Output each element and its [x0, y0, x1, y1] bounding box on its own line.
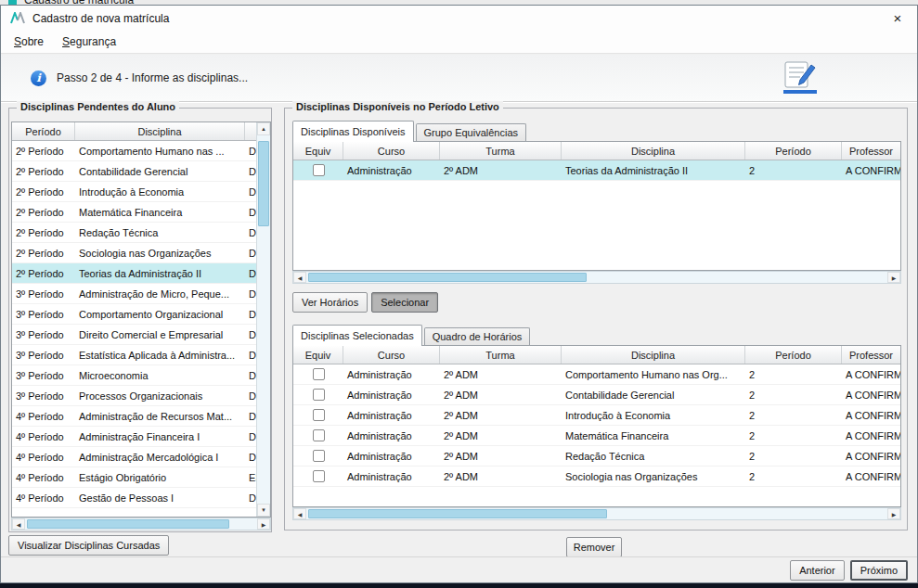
- scroll-left-icon[interactable]: ◀: [293, 272, 306, 283]
- column-header-professor[interactable]: Professor: [842, 142, 900, 160]
- column-header-curso[interactable]: Curso: [343, 142, 440, 160]
- scroll-right-icon[interactable]: ▶: [887, 272, 900, 283]
- table-row[interactable]: 2º PeríodoContabilidade GerencialDISC: [12, 161, 256, 182]
- table-cell: Administração Financeira I: [75, 427, 245, 446]
- table-cell: Estágio Obrigatório: [75, 467, 245, 487]
- scroll-track[interactable]: [25, 518, 257, 530]
- equiv-checkbox[interactable]: [313, 450, 325, 462]
- anterior-button[interactable]: Anterior: [790, 560, 845, 581]
- column-header-equiv[interactable]: Equiv: [293, 142, 343, 160]
- scroll-track[interactable]: [306, 272, 887, 283]
- scroll-track[interactable]: [257, 135, 270, 504]
- table-row[interactable]: Administração2º ADMMatemática Financeira…: [293, 426, 900, 446]
- table-cell: [293, 385, 343, 404]
- column-header-disciplina[interactable]: Disciplina: [75, 122, 245, 140]
- scroll-up-icon[interactable]: ▲: [257, 122, 270, 135]
- table-row[interactable]: 2º PeríodoComportamento Humano nas ...DI…: [12, 141, 256, 161]
- table-row[interactable]: 3º PeríodoComportamento OrganizacionalDI…: [12, 304, 256, 325]
- column-header-tipo[interactable]: T: [245, 122, 256, 140]
- table-row[interactable]: 3º PeríodoEstatística Aplicada à Adminis…: [12, 345, 256, 365]
- table-cell: DISC: [245, 365, 256, 385]
- table-row[interactable]: 3º PeríodoProcessos OrganizacionaisDISC: [12, 386, 256, 406]
- equiv-checkbox[interactable]: [313, 429, 325, 441]
- table-cell: 4º Período: [12, 427, 75, 446]
- compose-document-icon: [782, 61, 819, 98]
- pending-horizontal-scrollbar[interactable]: ◀ ▶: [11, 518, 271, 530]
- table-cell: Administração: [343, 446, 440, 466]
- column-header-disciplina[interactable]: Disciplina: [562, 346, 745, 364]
- table-cell: Teorias da Administração II: [75, 263, 245, 283]
- menu-item-seguranca[interactable]: Segurança: [55, 32, 123, 51]
- equiv-checkbox[interactable]: [313, 470, 325, 482]
- scroll-thumb[interactable]: [258, 141, 269, 226]
- tab-grupo-equivalencias[interactable]: Grupo Equivalências: [416, 123, 527, 141]
- column-header-periodo[interactable]: Período: [12, 122, 75, 140]
- scroll-left-icon[interactable]: ◀: [12, 518, 25, 530]
- menu-item-sobre[interactable]: Sobre: [6, 32, 51, 51]
- table-row[interactable]: 3º PeríodoMicroeconomiaDISC: [12, 365, 256, 386]
- remover-button[interactable]: Remover: [566, 537, 622, 557]
- table-row[interactable]: 4º PeríodoAdministração Financeira IDISC: [12, 427, 256, 447]
- scroll-down-icon[interactable]: ▼: [257, 504, 270, 517]
- available-disciplines-groupbox: Disciplinas Disponíveis no Período Letiv…: [284, 108, 908, 530]
- scroll-thumb[interactable]: [27, 519, 229, 529]
- pending-table-header[interactable]: Período Disciplina T: [12, 122, 256, 141]
- column-header-periodo[interactable]: Período: [745, 346, 842, 364]
- proximo-button[interactable]: Próximo: [850, 560, 908, 581]
- table-row[interactable]: 3º PeríodoAdministração de Micro, Peque.…: [12, 284, 256, 304]
- selecionar-button[interactable]: Selecionar: [371, 292, 438, 313]
- table-row[interactable]: Administração2º ADMTeorias da Administra…: [293, 160, 900, 181]
- close-icon[interactable]: ×: [878, 6, 917, 31]
- visualizar-disciplinas-cursadas-button[interactable]: Visualizar Disciplinas Cursadas: [8, 535, 169, 556]
- dialog-cadastro-nova-matricula: Cadastro de nova matrícula × Sobre Segur…: [0, 5, 918, 583]
- table-cell: 2º ADM: [440, 160, 562, 180]
- equiv-checkbox[interactable]: [313, 368, 325, 380]
- column-header-turma[interactable]: Turma: [440, 346, 562, 364]
- table-cell: 3º Período: [12, 345, 75, 364]
- titlebar[interactable]: Cadastro de nova matrícula ×: [1, 6, 917, 31]
- scroll-left-icon[interactable]: ◀: [293, 508, 306, 519]
- column-header-periodo[interactable]: Período: [745, 142, 842, 160]
- table-cell: Administração de Recursos Mat...: [75, 406, 245, 426]
- table-row[interactable]: 2º PeríodoIntrodução à EconomiaDISC: [12, 182, 256, 202]
- available-horizontal-scrollbar[interactable]: ◀ ▶: [292, 271, 901, 284]
- equiv-checkbox[interactable]: [313, 164, 325, 176]
- table-row[interactable]: Administração2º ADMContabilidade Gerenci…: [293, 385, 900, 405]
- table-row[interactable]: 2º PeríodoRedação TécnicaDISC: [12, 223, 256, 243]
- table-row[interactable]: 3º PeríodoDireito Comercial e Empresaria…: [12, 325, 256, 345]
- tab-quadro-de-horarios[interactable]: Quadro de Horários: [424, 327, 531, 345]
- scroll-track[interactable]: [306, 508, 887, 519]
- column-header-disciplina[interactable]: Disciplina: [562, 142, 745, 160]
- column-header-professor[interactable]: Professor: [842, 346, 900, 364]
- table-row[interactable]: 4º PeríodoEstágio ObrigatórioESTA: [12, 467, 256, 488]
- selected-table-header[interactable]: Equiv Curso Turma Disciplina Período Pro…: [293, 346, 900, 364]
- table-row[interactable]: 2º PeríodoTeorias da Administração IIDIS…: [12, 263, 256, 284]
- table-cell: Administração: [343, 160, 440, 180]
- scroll-right-icon[interactable]: ▶: [887, 508, 900, 519]
- table-row[interactable]: Administração2º ADMSociologia nas Organi…: [293, 467, 900, 487]
- equiv-checkbox[interactable]: [313, 409, 325, 421]
- pending-vertical-scrollbar[interactable]: ▲ ▼: [256, 122, 270, 517]
- table-row[interactable]: Administração2º ADMComportamento Humano …: [293, 364, 900, 385]
- table-cell: A CONFIRMAR: [842, 160, 900, 180]
- tab-disciplinas-disponiveis[interactable]: Disciplinas Disponíveis: [292, 121, 414, 142]
- scroll-thumb[interactable]: [308, 509, 607, 518]
- tab-disciplinas-selecionadas[interactable]: Disciplinas Selecionadas: [292, 325, 422, 346]
- table-row[interactable]: Administração2º ADMIntrodução à Economia…: [293, 405, 900, 426]
- table-row[interactable]: 2º PeríodoMatemática FinanceiraDISC: [12, 202, 256, 223]
- table-row[interactable]: 4º PeríodoAdministração Mercadológica ID…: [12, 447, 256, 467]
- equiv-checkbox[interactable]: [313, 389, 325, 401]
- table-row[interactable]: 4º PeríodoGestão de Pessoas IDISC: [12, 488, 256, 508]
- selected-horizontal-scrollbar[interactable]: ◀ ▶: [292, 507, 901, 520]
- table-row[interactable]: 2º PeríodoSociologia nas OrganizaçõesDIS…: [12, 243, 256, 263]
- table-cell: 3º Período: [12, 386, 75, 405]
- table-row[interactable]: Administração2º ADMRedação Técnica2A CON…: [293, 446, 900, 467]
- ver-horarios-button[interactable]: Ver Horários: [292, 292, 368, 313]
- available-table-header[interactable]: Equiv Curso Turma Disciplina Período Pro…: [293, 142, 900, 160]
- scroll-right-icon[interactable]: ▶: [257, 518, 270, 530]
- column-header-curso[interactable]: Curso: [343, 346, 440, 364]
- column-header-equiv[interactable]: Equiv: [293, 346, 343, 364]
- column-header-turma[interactable]: Turma: [440, 142, 562, 160]
- scroll-thumb[interactable]: [308, 273, 587, 282]
- table-row[interactable]: 4º PeríodoAdministração de Recursos Mat.…: [12, 406, 256, 427]
